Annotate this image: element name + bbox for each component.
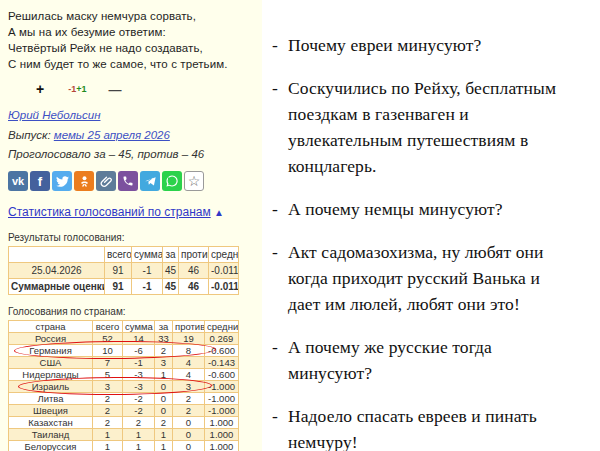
- table-cell: 19: [173, 333, 205, 345]
- countries-table: странавсегосуммазапротивсреднийРоссия521…: [8, 320, 239, 451]
- table-cell: 1.000: [205, 429, 239, 441]
- table-cell: 2: [173, 405, 205, 417]
- share-buttons-row: vk f ☆: [8, 171, 262, 191]
- table-cell: 3: [93, 381, 123, 393]
- table-row: Швеция2-202-1.000: [9, 405, 239, 417]
- odnoklassniki-icon[interactable]: [74, 171, 94, 191]
- attach-link-icon[interactable]: [96, 171, 116, 191]
- table-cell: 1: [155, 429, 173, 441]
- table-cell: 0: [155, 405, 173, 417]
- table-cell: 1: [155, 369, 173, 381]
- table-row: 25.04.202691-14546-0.011: [9, 263, 239, 279]
- dialogue-panel: -Почему евреи минусуют?-Соскучились по Р…: [262, 0, 600, 451]
- collapse-triangle-icon[interactable]: ▲: [214, 207, 224, 218]
- twitter-icon[interactable]: [52, 171, 72, 191]
- table-cell: 45: [163, 263, 179, 279]
- table-cell: 2: [155, 345, 173, 357]
- table-cell: Германия: [9, 345, 93, 357]
- table-cell: 2: [155, 417, 173, 429]
- column-header: сумма: [132, 247, 163, 263]
- table-cell: 1.000: [205, 417, 239, 429]
- whatsapp-icon[interactable]: [162, 171, 182, 191]
- table-cell: 0: [173, 441, 205, 451]
- table-row: Казахстан22201.000: [9, 417, 239, 429]
- vote-up-button[interactable]: +: [36, 81, 44, 97]
- table-cell: 1: [93, 429, 123, 441]
- table-cell: 46: [179, 263, 209, 279]
- telegram-icon[interactable]: [140, 171, 160, 191]
- column-header: [9, 247, 105, 263]
- table-cell: 25.04.2026: [9, 263, 105, 279]
- results-table: всегосуммазапротивсредний25.04.202691-14…: [8, 246, 239, 295]
- table-row: Таиланд11101.000: [9, 429, 239, 441]
- results-table-caption: Результаты голосования:: [8, 232, 262, 243]
- dialogue-item: -Соскучились по Рейху, бесплатным поездк…: [272, 75, 592, 179]
- table-cell: 4: [173, 369, 205, 381]
- dialogue-item: -Акт садомазохизма, ну любят они когда п…: [272, 239, 592, 317]
- facebook-icon[interactable]: f: [30, 171, 50, 191]
- dialogue-item: -А почему же русские тогда минусуют?: [272, 334, 592, 386]
- table-cell: 2: [93, 417, 123, 429]
- viber-icon[interactable]: [118, 171, 138, 191]
- column-header: средний: [205, 321, 239, 333]
- table-cell: 1: [123, 441, 155, 451]
- dialogue-dash: -: [272, 403, 288, 451]
- dialogue-text: А почему же русские тогда минусуют?: [288, 334, 492, 386]
- table-cell: 14: [123, 333, 155, 345]
- favorite-star-icon[interactable]: ☆: [184, 171, 204, 191]
- table-header-row: всегосуммазапротивсредний: [9, 247, 239, 263]
- table-cell: -1: [132, 279, 163, 295]
- author-link[interactable]: Юрий Небольсин: [8, 109, 100, 121]
- dialogue-text: Надоело спасать евреев и пинать немчуру!: [288, 403, 537, 451]
- table-cell: 3: [173, 381, 205, 393]
- table-cell: 5: [93, 369, 123, 381]
- table-cell: Нидерланды: [9, 369, 93, 381]
- table-cell: 2: [93, 405, 123, 417]
- countries-table-caption: Голосования по странам:: [8, 306, 262, 317]
- dialogue-text: Акт садомазохизма, ну любят они когда пр…: [288, 239, 544, 317]
- vk-icon[interactable]: vk: [8, 171, 28, 191]
- column-header: против: [173, 321, 205, 333]
- table-cell: 7: [93, 357, 123, 369]
- table-cell: Таиланд: [9, 429, 93, 441]
- table-cell: 2: [93, 393, 123, 405]
- dialogue-dash: -: [272, 32, 288, 58]
- turnout-line: Проголосовало за – 45, против – 46: [8, 148, 262, 160]
- dialogue-dash: -: [272, 75, 288, 179]
- dialogue-dash: -: [272, 239, 288, 317]
- table-cell: -1: [132, 263, 163, 279]
- table-cell: -2: [123, 405, 155, 417]
- table-cell: -1.000: [205, 405, 239, 417]
- country-stats-link[interactable]: Статистика голосований по странам: [8, 205, 211, 219]
- table-cell: 0: [173, 429, 205, 441]
- table-cell: -3: [123, 369, 155, 381]
- column-header: за: [155, 321, 173, 333]
- table-cell: Белоруссия: [9, 441, 93, 451]
- column-header: средний: [209, 247, 239, 263]
- table-cell: 91: [105, 263, 132, 279]
- table-cell: -1: [123, 357, 155, 369]
- table-cell: -0.600: [205, 345, 239, 357]
- table-cell: -0.011: [209, 263, 239, 279]
- vote-minus-count: -1: [68, 84, 76, 94]
- issue-line: Выпуск: мемы 25 апреля 2026: [8, 129, 262, 141]
- dialogue-text: А почему немцы минусуют?: [288, 196, 503, 222]
- table-cell: Литва: [9, 393, 93, 405]
- column-header: всего: [105, 247, 132, 263]
- table-cell: 1.000: [205, 441, 239, 451]
- table-header-row: странавсегосуммазапротивсредний: [9, 321, 239, 333]
- table-cell: -6: [123, 345, 155, 357]
- table-row: Германия10-628-0.600: [9, 345, 239, 357]
- table-cell: 45: [163, 279, 179, 295]
- poem-text: Решилась маску немчура сорвать, А мы на …: [8, 8, 262, 72]
- table-cell: 0: [155, 393, 173, 405]
- column-header: всего: [93, 321, 123, 333]
- dialogue-text: Почему евреи минусуют?: [288, 32, 481, 58]
- vote-down-button[interactable]: —: [108, 82, 121, 97]
- table-cell: 1: [93, 441, 123, 451]
- countries-table-wrapper: странавсегосуммазапротивсреднийРоссия521…: [8, 320, 240, 451]
- vote-score: -1+1: [68, 84, 86, 94]
- table-cell: 0: [155, 381, 173, 393]
- issue-link[interactable]: мемы 25 апреля 2026: [54, 129, 170, 141]
- table-cell: 91: [105, 279, 132, 295]
